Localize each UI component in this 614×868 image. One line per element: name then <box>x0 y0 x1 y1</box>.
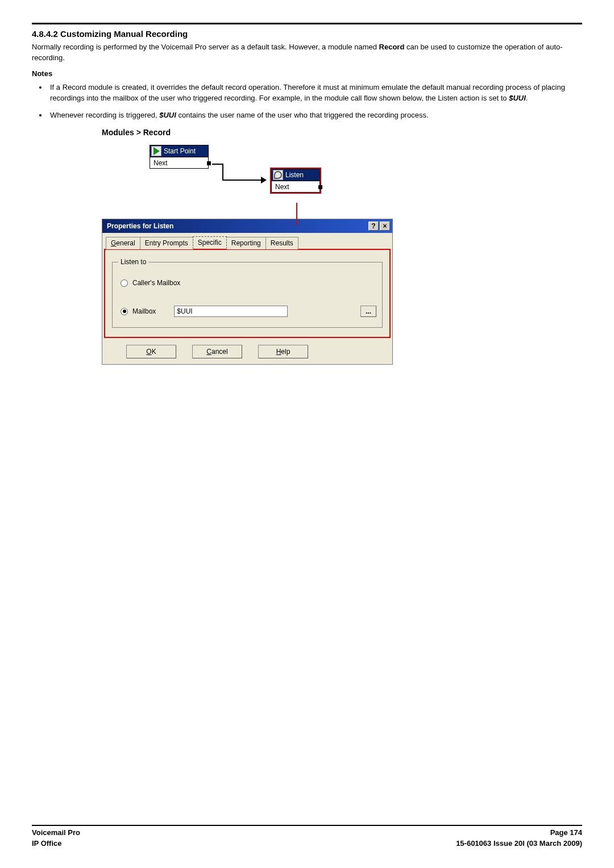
note-item-1: If a Record module is created, it overri… <box>48 82 582 104</box>
listen-to-legend: Listen to <box>118 258 148 266</box>
note1-bold-record: Record <box>63 83 86 91</box>
mailbox-input[interactable] <box>174 306 288 317</box>
tab-entry-prompts[interactable]: Entry Prompts <box>140 237 193 249</box>
tab-results[interactable]: Results <box>265 237 298 249</box>
connector-segment <box>212 164 223 165</box>
section-heading: 4.8.4.2 Customizing Manual Recording <box>32 29 582 39</box>
play-icon <box>151 146 161 156</box>
cancel-label-rest: ancel <box>211 348 228 356</box>
dialog-titlebar[interactable]: Properties for Listen ? × <box>102 219 392 233</box>
footer-right-2: 15-601063 Issue 20l (03 March 2009) <box>456 839 582 848</box>
listen-to-group: Listen to Caller's Mailbox Mailbox ... <box>112 258 383 328</box>
listen-node-result: Next <box>275 183 289 191</box>
connector-segment <box>222 180 261 181</box>
help-button[interactable]: Help <box>258 345 308 358</box>
tab-reporting[interactable]: Reporting <box>226 237 266 249</box>
footer-left-2: IP Office <box>32 839 62 848</box>
note1-uui: $UUI <box>509 94 526 102</box>
note2-uui: $UUI <box>159 111 176 119</box>
dialog-title: Properties for Listen <box>107 222 173 230</box>
note-item-2: Whenever recording is triggered, $UUI co… <box>48 110 582 121</box>
mailbox-option[interactable]: Mailbox ... <box>121 303 376 319</box>
listen-node[interactable]: Listen Next <box>270 168 321 194</box>
listen-node-port[interactable] <box>318 185 322 189</box>
tab-specific[interactable]: Specific <box>193 236 227 249</box>
notes-list: If a Record module is created, it overri… <box>48 82 582 122</box>
start-point-result: Next <box>154 159 168 167</box>
note1-e: . <box>526 94 528 102</box>
ear-icon <box>273 170 283 180</box>
listen-node-title: Listen <box>285 171 304 179</box>
help-label-rest: elp <box>281 348 290 356</box>
note1-a: If a <box>50 83 63 91</box>
start-point-node[interactable]: Start Point Next <box>150 145 209 169</box>
note2-c: contains the user name of the user who t… <box>176 111 429 119</box>
callflow-figure: Modules > Record Start Point Next <box>102 128 393 365</box>
highlight-connector <box>296 203 297 226</box>
callers-mailbox-option[interactable]: Caller's Mailbox <box>121 275 376 291</box>
tab-general-label: eneral <box>116 239 135 247</box>
mailbox-browse-button[interactable]: ... <box>360 306 376 317</box>
tab-general[interactable]: General <box>106 237 140 249</box>
page-footer: Voicemail Pro Page 174 IP Office 15-6010… <box>32 825 582 848</box>
dialog-button-row: OK Cancel Help <box>102 341 392 364</box>
ok-button[interactable]: OK <box>126 345 176 358</box>
connector-segment <box>222 164 223 181</box>
start-point-title: Start Point <box>164 147 196 155</box>
properties-dialog: Properties for Listen ? × General Entry … <box>102 219 393 365</box>
intro-pre: Normally recording is performed by the V… <box>32 43 379 51</box>
ok-label-rest: K <box>152 348 156 356</box>
footer-left-1: Voicemail Pro <box>32 828 80 837</box>
notes-heading: Notes <box>32 69 582 78</box>
intro-paragraph: Normally recording is performed by the V… <box>32 42 582 64</box>
tab-specific-page: Listen to Caller's Mailbox Mailbox ... <box>104 249 391 338</box>
dialog-help-button[interactable]: ? <box>368 222 379 231</box>
cancel-button[interactable]: Cancel <box>192 345 242 358</box>
section-number: 4.8.4.2 <box>32 29 58 39</box>
connector-arrow-icon <box>261 177 267 183</box>
top-rule <box>32 23 582 24</box>
callers-mailbox-label: Caller's Mailbox <box>132 279 180 287</box>
dialog-close-button[interactable]: × <box>380 222 390 231</box>
note2-a: Whenever recording is triggered, <box>50 111 159 119</box>
figure-breadcrumb: Modules > Record <box>102 128 393 137</box>
section-title-text: Customizing Manual Recording <box>60 29 188 39</box>
dialog-tabs: General Entry Prompts Specific Reporting… <box>102 233 392 249</box>
callflow-canvas: Start Point Next Listen Next <box>102 140 393 220</box>
footer-rule <box>32 825 582 826</box>
intro-bold-record: Record <box>379 43 405 51</box>
note1-c: module is created, it overrides the defa… <box>50 83 565 102</box>
start-point-port[interactable] <box>207 161 211 165</box>
footer-right-1: Page 174 <box>550 828 582 837</box>
mailbox-label: Mailbox <box>132 307 156 315</box>
radio-icon[interactable] <box>121 279 128 287</box>
radio-icon[interactable] <box>121 308 128 315</box>
